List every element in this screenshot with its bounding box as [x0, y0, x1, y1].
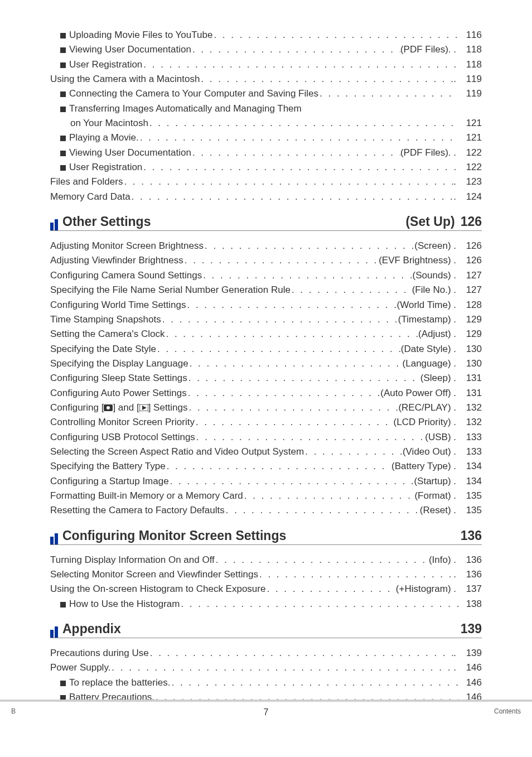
toc-entry[interactable]: Uploading Movie Files to YouTube116 — [50, 28, 482, 42]
toc-entry-text: Configuring a Startup Image — [50, 474, 169, 489]
toc-entry-text: Selecting the Screen Aspect Ratio and Vi… — [50, 445, 304, 459]
toc-entry-text: Playing a Movie. — [69, 131, 139, 145]
toc-entry-page: 121 — [458, 131, 482, 145]
toc-entry[interactable]: Playing a Movie.121 — [50, 131, 482, 145]
toc-entry[interactable]: Configuring Camera Sound Settings(Sounds… — [50, 268, 482, 283]
toc-entry-text: Configuring World Time Settings — [50, 298, 186, 312]
toc-entry[interactable]: Precautions during Use.139 — [50, 646, 482, 660]
toc-entry[interactable]: Selecting Monitor Screen and Viewfinder … — [50, 567, 482, 582]
leader-dots — [142, 57, 458, 72]
section-title: Appendix — [62, 621, 461, 637]
toc-entry[interactable]: Power Supply..146 — [50, 660, 482, 675]
section-title: Other Settings — [62, 214, 405, 229]
leader-dots — [200, 72, 453, 86]
toc-entry[interactable]: Adjusting Monitor Screen Brightness (Scr… — [50, 239, 482, 253]
toc-entry[interactable]: on Your Macintosh121 — [50, 116, 482, 131]
toc-entry-text: Files and Folders — [50, 175, 123, 189]
leader-dots — [148, 116, 458, 131]
toc-entry[interactable]: Viewing User Documentation(PDF Files). .… — [50, 146, 482, 160]
toc-entry[interactable]: How to Use the Histogram138 — [50, 597, 482, 611]
toc-entry-page: 133 — [458, 430, 482, 445]
section-header[interactable]: Other Settings(Set Up)126 — [50, 214, 482, 231]
toc-entry-page: 136 — [458, 567, 482, 582]
leader-dots — [187, 371, 420, 385]
toc-entry[interactable]: Resetting the Camera to Factory Defaults… — [50, 503, 482, 518]
leader-dots — [186, 298, 396, 312]
toc-entry-text: Adjusting Monitor Screen Brightness — [50, 239, 204, 253]
toc-entry[interactable]: Configuring a Startup Image (Startup) .1… — [50, 474, 482, 489]
toc-entry[interactable]: Adjusting Viewfinder Brightness(EVF Brig… — [50, 253, 482, 268]
toc-entry-suffix: (Date Style) . — [401, 342, 458, 356]
toc-entry[interactable]: Setting the Camera's Clock (Adjust) .129 — [50, 327, 482, 341]
toc-entry-suffix: (+Histogram) . — [396, 582, 458, 596]
toc-entry[interactable]: Formatting Built-in Memory or a Memory C… — [50, 489, 482, 503]
toc-entry-text: Resetting the Camera to Factory Defaults — [50, 503, 225, 518]
footer-right: Contents — [494, 707, 521, 715]
toc-entry[interactable]: Specifying the Display Language(Language… — [50, 356, 482, 371]
leader-dots — [318, 86, 458, 101]
leader-dots — [195, 415, 394, 430]
toc-entry[interactable]: Configuring World Time Settings(World Ti… — [50, 298, 482, 312]
toc-entry[interactable]: Configuring USB Protocol Settings (USB) … — [50, 430, 482, 445]
toc-entry[interactable]: User Registration118 — [50, 57, 482, 72]
bullet-icon — [60, 602, 66, 607]
leader-dots — [258, 567, 453, 582]
toc-entry-text: Adjusting Viewfinder Brightness — [50, 253, 183, 268]
toc-entry-suffix: (Adjust) . — [418, 327, 458, 341]
leader-dots — [304, 445, 403, 459]
leader-dots — [183, 253, 379, 268]
toc-entry[interactable]: Configuring [] and [] Settings (REC/PLAY… — [50, 401, 482, 415]
toc-entry-page: 118 — [458, 42, 482, 57]
toc-entry[interactable]: Specifying the Date Style(Date Style) .1… — [50, 342, 482, 356]
toc-entry-page: 119 — [458, 86, 482, 101]
toc-entry-suffix: (Timestamp) . — [398, 312, 458, 327]
toc-entry[interactable]: Viewing User Documentation (PDF Files). … — [50, 42, 482, 57]
toc-entry[interactable]: Using the On-screen Histogram to Check E… — [50, 582, 482, 596]
toc-entry[interactable]: Specifying the Battery Type(Battery Type… — [50, 459, 482, 474]
play-icon — [139, 402, 148, 413]
toc-entry[interactable]: Using the Camera with a Macintosh.119 — [50, 72, 482, 86]
toc-entry-text: Viewing User Documentation — [69, 146, 191, 160]
toc-entry[interactable]: Memory Card Data.124 — [50, 190, 482, 204]
toc-entry-page: 118 — [458, 57, 482, 72]
bullet-icon — [60, 165, 66, 171]
toc-entry-suffix: (Format) . — [414, 489, 458, 503]
toc-entry[interactable]: Configuring Sleep State Settings (Sleep)… — [50, 371, 482, 385]
toc-entry[interactable]: Specifying the File Name Serial Number G… — [50, 283, 482, 297]
toc-entry-suffix: . — [453, 72, 458, 86]
bullet-icon — [60, 62, 66, 68]
section-marker-icon — [50, 533, 59, 544]
svg-point-1 — [107, 406, 110, 409]
toc-entry-page: 121 — [458, 116, 482, 131]
toc-entry[interactable]: Connecting the Camera to Your Computer a… — [50, 86, 482, 101]
leader-dots — [139, 131, 458, 145]
toc-entry[interactable]: Files and Folders.123 — [50, 175, 482, 189]
toc-entry[interactable]: Turning Display Information On and Off(I… — [50, 553, 482, 567]
leader-dots — [110, 660, 453, 675]
toc-entry[interactable]: Configuring Auto Power Settings(Auto Pow… — [50, 386, 482, 401]
toc-entry-page: 126 — [458, 239, 482, 253]
leader-dots — [130, 190, 454, 204]
toc-entry-text: Precautions during Use — [50, 646, 149, 660]
toc-entry-page: 132 — [458, 401, 482, 415]
toc-entry-page: 122 — [458, 146, 482, 160]
toc-entry[interactable]: User Registration122 — [50, 160, 482, 175]
toc-entry[interactable]: To replace the batteries.146 — [50, 676, 482, 690]
toc-entry-suffix: (LCD Priority) . — [394, 415, 458, 430]
toc-entry-text: Connecting the Camera to Your Computer a… — [69, 86, 318, 101]
section-header[interactable]: Configuring Monitor Screen Settings136 — [50, 528, 482, 545]
toc-entry[interactable]: Controlling Monitor Screen Priority (LCD… — [50, 415, 482, 430]
toc-entry-page: 135 — [458, 489, 482, 503]
toc-entry-suffix: (Battery Type) . — [391, 459, 458, 474]
section-header[interactable]: Appendix139 — [50, 621, 482, 638]
toc-entry-page: 126 — [458, 253, 482, 268]
bullet-icon — [60, 136, 66, 141]
leader-dots — [169, 474, 414, 489]
toc-entry[interactable]: Transferring Images Automatically and Ma… — [50, 102, 482, 116]
toc-entry[interactable]: Time Stamping Snapshots (Timestamp) .129 — [50, 312, 482, 327]
bullet-icon — [60, 681, 66, 686]
toc-entry[interactable]: Selecting the Screen Aspect Ratio and Vi… — [50, 445, 482, 459]
toc-entry-suffix: (Info) . — [429, 553, 458, 567]
toc-entry-suffix: (Video Out) . — [403, 445, 458, 459]
toc-entry-text: Configuring Sleep State Settings — [50, 371, 187, 385]
